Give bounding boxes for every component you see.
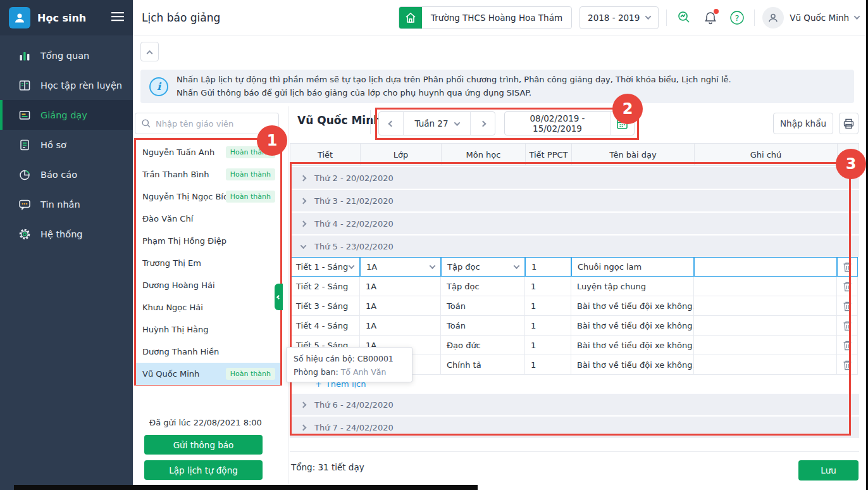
sidebar-item-giang-day[interactable]: Giảng dạy [0,100,133,130]
help-icon[interactable]: ? [728,8,747,27]
delete-row-button[interactable] [837,296,858,316]
ppct-cell[interactable]: 1 [525,277,571,296]
user-menu[interactable]: Vũ Quốc Minh [762,7,859,28]
subject-cell[interactable]: Tập đọc [441,277,525,296]
lesson-name-cell[interactable]: Chuỗi ngọc lam [571,257,694,277]
lesson-name-cell[interactable]: Bài thơ về tiểu đội xe không... [571,336,694,355]
analytics-search-icon[interactable] [674,8,693,27]
school-selector-button[interactable]: Trường THCS Hoàng Hoa Thám [399,6,572,29]
ppct-cell[interactable]: 1 [525,336,571,355]
pie-chart-icon [18,168,32,182]
delete-row-button[interactable] [837,355,858,375]
period-select[interactable]: Tiết 1 - Sáng [290,257,360,277]
screenshot-bottom-border [14,485,478,490]
school-year-value: 2018 - 2019 [588,13,640,23]
divider [290,451,859,452]
day-group-thu-2[interactable]: Thứ 2 - 20/02/2020 [290,167,859,189]
teacher-row[interactable]: Trần Thanh BìnhHoàn thành [136,163,280,185]
teacher-row[interactable]: Huỳnh Thị Hằng [136,318,280,341]
teacher-row-selected[interactable]: Vũ Quốc MinhHoàn thành [136,363,280,385]
schedule-table: Tiết Lớp Môn học Tiết PPCT Tên bài dạy G… [290,143,859,438]
teacher-row[interactable]: Trương Thị Em [136,252,280,274]
note-cell[interactable] [694,336,837,355]
hamburger-menu-icon[interactable] [111,11,124,24]
schedule-row-editing: Tiết 1 - Sáng 1A Tập đọc 1 Chuỗi ngọc la… [290,257,859,277]
subject-select[interactable]: Tập đọc [441,257,525,277]
delete-row-button[interactable] [837,316,858,336]
student-logo-icon [9,7,30,28]
class-cell[interactable]: 1A [360,277,441,296]
subject-cell[interactable]: Đạo đức [441,336,525,355]
note-cell[interactable] [694,277,837,296]
delete-row-button[interactable] [837,277,858,296]
sidebar-item-hoc-tap-ren-luyen[interactable]: Học tập rèn luyện [0,70,133,100]
chevron-right-icon [301,198,307,204]
school-name: Trường THCS Hoàng Hoa Thám [422,13,571,23]
day-group-thu-4[interactable]: Thứ 4 - 22/02/2020 [290,213,859,234]
next-week-button[interactable] [471,112,495,135]
lesson-name-cell[interactable]: Bài thơ về tiểu đội xe không... [571,316,694,336]
sidebar-item-he-thong[interactable]: Hệ thống [0,219,133,249]
auto-schedule-button[interactable]: Lập lịch tự động [144,460,263,480]
teacher-row[interactable]: Nguyễn Thị Ngọc BíchHoàn thành [136,185,280,208]
status-badge: Hoàn thành [226,168,275,180]
delete-row-button[interactable] [837,336,858,355]
delete-row-button[interactable] [837,257,858,277]
sidebar-item-bao-cao[interactable]: Báo cáo [0,160,133,189]
period-cell[interactable]: Tiết 4 - Sáng [290,316,360,336]
teacher-name: Dương Hoàng Hải [142,280,275,290]
day-group-thu-5[interactable]: Thứ 5 - 23/02/2020 [290,236,859,257]
collapse-panel-button[interactable] [140,42,159,61]
divider [288,106,288,484]
sidebar-item-tin-nhan[interactable]: Tin nhắn [0,189,133,219]
trash-icon [843,281,852,292]
week-dropdown[interactable]: Tuần 27 [403,112,471,135]
save-button[interactable]: Lưu [798,460,859,481]
collapse-list-handle[interactable] [275,284,283,310]
day-group-thu-6[interactable]: Thứ 6 - 24/02/2020 [290,394,859,415]
note-cell[interactable] [694,355,837,375]
lesson-name-cell[interactable]: Luyện tập chung [571,277,694,296]
teacher-row[interactable]: Khưu Ngọc Hải [136,296,280,318]
ppct-cell[interactable]: 1 [525,257,571,277]
school-year-dropdown[interactable]: 2018 - 2019 [580,6,659,29]
teacher-row[interactable]: Dương Hoàng Hải [136,274,280,296]
sidebar-item-label: Tổng quan [40,51,89,61]
sidebar-item-ho-so[interactable]: Hồ sơ [0,130,133,160]
day-group-thu-3[interactable]: Thứ 3 - 21/02/2020 [290,190,859,211]
prev-week-button[interactable] [379,112,403,135]
note-cell[interactable] [694,257,837,277]
user-name: Vũ Quốc Minh [790,13,849,23]
class-cell[interactable]: 1A [360,296,441,316]
period-cell[interactable]: Tiết 2 - Sáng [290,277,360,296]
send-notification-button[interactable]: Gửi thông báo [144,435,263,455]
class-cell[interactable]: 1A [360,316,441,336]
note-cell[interactable] [694,316,837,336]
column-header-lop: Lớp [361,144,442,165]
teacher-row[interactable]: Đào Văn Chí [136,208,280,230]
class-select[interactable]: 1A [360,257,441,277]
ppct-cell[interactable]: 1 [525,316,571,336]
lesson-name-cell[interactable]: Bài thơ về tiểu đội xe không... [571,296,694,316]
print-button[interactable] [839,113,859,134]
teacher-name: Phạm Thị Hồng Điệp [142,236,275,246]
day-group-thu-7[interactable]: Thứ 7 - 24/02/2020 [290,417,859,438]
teacher-search-input[interactable] [156,119,263,129]
period-cell[interactable]: Tiết 3 - Sáng [290,296,360,316]
subject-cell[interactable]: Chính tả [441,355,525,375]
trash-icon [843,340,852,351]
subject-cell[interactable]: Toán [441,316,525,336]
ppct-cell[interactable]: 1 [525,355,571,375]
teacher-row[interactable]: Phạm Thị Hồng Điệp [136,230,280,252]
sidebar-item-tong-quan[interactable]: Tổng quan [0,41,133,70]
subject-cell[interactable]: Toán [441,296,525,316]
chevron-up-icon [147,50,153,56]
note-cell[interactable] [694,296,837,316]
chevron-down-icon [645,13,652,20]
ppct-cell[interactable]: 1 [525,296,571,316]
notification-bell-icon[interactable] [701,8,720,27]
lesson-name-cell[interactable]: Bài thơ về tiểu đội xe không... [571,355,694,375]
teacher-search-box [135,113,279,134]
teacher-row[interactable]: Dương Thanh Hiền [136,341,280,363]
import-button[interactable]: Nhập khẩu [773,113,833,134]
